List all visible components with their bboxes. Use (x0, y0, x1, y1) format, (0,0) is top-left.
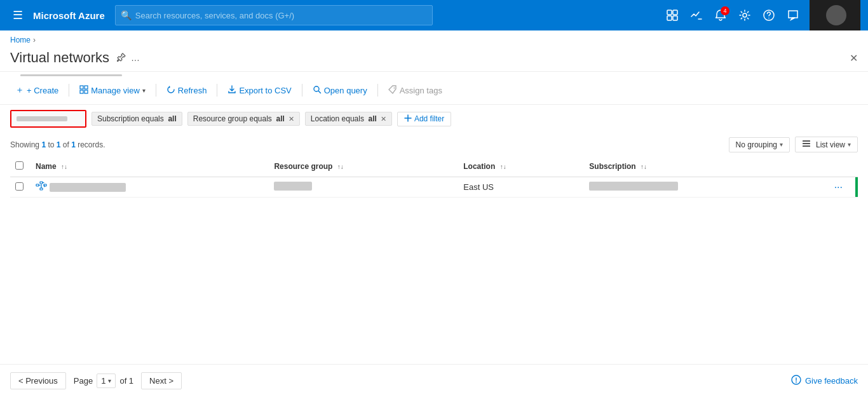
breadcrumb-separator: › (33, 36, 36, 44)
page-title: Virtual networks (10, 50, 109, 66)
row-checkbox[interactable] (15, 182, 24, 191)
view-dropdown[interactable]: List view ▾ (795, 137, 858, 152)
svg-rect-15 (803, 145, 810, 147)
location-pill-label: Location equals all (311, 114, 377, 123)
subscription-column-header[interactable]: Subscription ↑↓ (584, 156, 820, 177)
select-all-checkbox[interactable] (15, 161, 24, 170)
svg-point-6 (768, 18, 770, 19)
row-checkbox-cell (10, 177, 31, 198)
add-filter-button[interactable]: Add filter (397, 112, 451, 126)
subscription-pill-label: Subscription equals all (97, 114, 177, 123)
table-row: East US ··· (10, 177, 858, 198)
export-csv-label: Export to CSV (239, 86, 291, 95)
sub-sort-icon: ↑↓ (641, 163, 647, 170)
location-filter-close[interactable]: ✕ (381, 115, 386, 123)
feedback-icon (791, 375, 801, 387)
assign-tags-button[interactable]: Assign tags (383, 82, 447, 99)
resource-group-text (274, 182, 312, 191)
give-feedback-button[interactable]: Give feedback (791, 375, 858, 387)
vnet-icon (36, 181, 47, 193)
next-button[interactable]: Next > (141, 372, 182, 389)
svg-rect-14 (803, 143, 810, 144)
user-profile-area[interactable] (810, 0, 860, 30)
resource-group-filter-pill[interactable]: Resource group equals all ✕ (187, 112, 300, 126)
manage-view-label: Manage view (91, 86, 140, 95)
location-column-header[interactable]: Location ↑↓ (458, 156, 584, 177)
page-header: Virtual networks … ✕ (0, 47, 868, 72)
close-button[interactable]: ✕ (850, 52, 858, 64)
rg-sort-icon: ↑↓ (337, 163, 344, 170)
cloud-shell-icon[interactable] (685, 4, 708, 27)
name-column-header[interactable]: Name ↑↓ (31, 156, 269, 177)
records-row: Showing 1 to 1 of 1 records. No grouping… (0, 133, 868, 156)
feedback-nav-icon[interactable] (782, 4, 804, 27)
breadcrumb: Home › (0, 30, 868, 47)
create-icon: ＋ (15, 84, 24, 96)
subscription-filter-pill[interactable]: Subscription equals all (92, 112, 182, 126)
azure-logo: Microsoft Azure (33, 10, 105, 21)
svg-point-4 (743, 13, 747, 17)
toolbar-separator-4 (302, 84, 302, 97)
showing-text: Showing (10, 140, 39, 149)
open-query-icon (313, 85, 322, 96)
settings-icon[interactable] (733, 4, 756, 27)
resource-group-pill-value: all (276, 114, 285, 123)
list-view-icon (802, 140, 811, 149)
location-pill-text: Location equals (311, 114, 364, 123)
filters-row: Subscription equals all Resource group e… (0, 105, 868, 133)
subscription-pill-text: Subscription equals (97, 114, 164, 123)
breadcrumb-home[interactable]: Home (10, 36, 31, 44)
refresh-button[interactable]: Refresh (161, 82, 212, 99)
row-more-actions[interactable]: ··· (834, 182, 843, 192)
search-bar[interactable]: 🔍 (115, 5, 433, 25)
green-bar (855, 177, 858, 197)
svg-rect-10 (85, 90, 88, 93)
refresh-label: Refresh (178, 86, 207, 95)
search-input[interactable] (135, 11, 427, 20)
search-icon: 🔍 (121, 10, 132, 20)
more-icon[interactable]: … (131, 53, 140, 63)
toolbar-separator-2 (156, 84, 156, 97)
grouping-dropdown[interactable]: No grouping ▾ (729, 137, 790, 152)
manage-view-button[interactable]: Manage view ▾ (74, 82, 151, 99)
open-query-button[interactable]: Open query (308, 82, 372, 99)
page-label: Page (74, 376, 93, 386)
records-from: 1 (41, 140, 46, 149)
refresh-icon (166, 85, 175, 96)
toolbar: ＋ + Create Manage view ▾ Refresh Export … (0, 76, 868, 105)
create-button[interactable]: ＋ + Create (10, 81, 64, 99)
manage-view-chevron: ▾ (142, 87, 146, 94)
name-sort-icon: ↑↓ (61, 163, 67, 170)
records-of-text: of (63, 140, 71, 149)
resource-group-filter-close[interactable]: ✕ (288, 115, 294, 123)
grouping-chevron: ▾ (780, 141, 783, 148)
resource-group-column-header[interactable]: Resource group ↑↓ (269, 156, 458, 177)
header-icons: … (117, 53, 140, 64)
records-of: 1 (71, 140, 76, 149)
svg-rect-3 (673, 16, 677, 20)
next-label: Next > (149, 376, 173, 386)
location-cell: East US (458, 177, 584, 198)
resources-table: Name ↑↓ Resource group ↑↓ Location ↑↓ Su… (10, 156, 858, 198)
svg-rect-7 (80, 86, 83, 89)
subscription-cell (584, 177, 820, 198)
subscription-filter-box[interactable] (10, 110, 86, 128)
pin-icon[interactable] (117, 53, 126, 64)
hamburger-menu[interactable]: ☰ (8, 6, 28, 25)
view-controls: No grouping ▾ List view ▾ (729, 137, 858, 152)
grouping-label: No grouping (736, 140, 777, 149)
location-sort-icon: ↑↓ (500, 163, 506, 170)
notifications-icon[interactable]: 4 (709, 4, 732, 27)
location-filter-pill[interactable]: Location equals all ✕ (305, 112, 392, 126)
svg-point-12 (393, 87, 395, 88)
location-pill-value: all (369, 114, 377, 123)
row-actions-cell: ··· (820, 177, 858, 198)
page-select[interactable]: 1 ▾ (97, 373, 116, 388)
portal-icon[interactable] (661, 4, 684, 27)
previous-button[interactable]: < Previous (10, 372, 66, 389)
help-icon[interactable] (757, 4, 780, 27)
resource-name-text[interactable] (50, 183, 126, 192)
export-csv-button[interactable]: Export to CSV (222, 82, 296, 99)
actions-column-header (820, 156, 858, 177)
svg-rect-13 (803, 140, 810, 142)
